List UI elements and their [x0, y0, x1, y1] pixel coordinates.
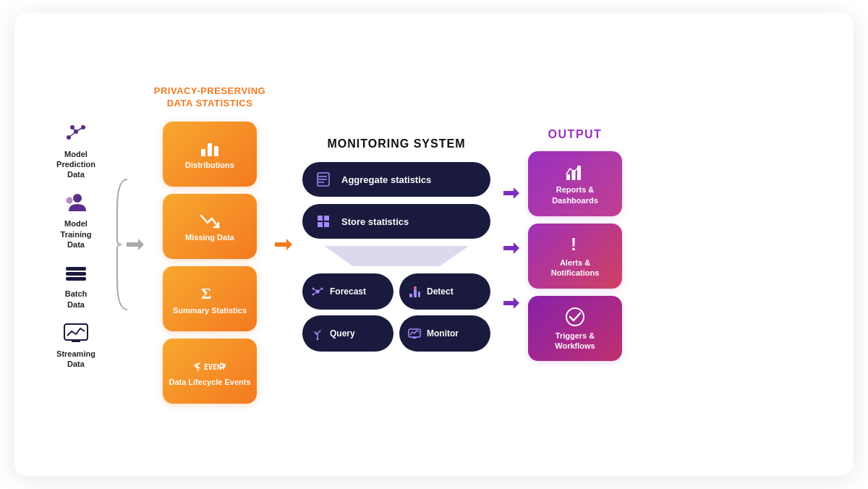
svg-point-29	[318, 182, 320, 183]
input-label-model-prediction: Model Prediction Data	[56, 149, 95, 180]
svg-rect-13	[72, 340, 80, 342]
monitor-btn[interactable]: Monitor	[399, 315, 490, 352]
svg-marker-50	[503, 242, 519, 254]
trend-down-icon	[199, 211, 221, 230]
input-item-model-prediction: Model Prediction Data	[56, 120, 95, 180]
reports-card: Reports & Dashboards	[528, 151, 622, 216]
layers-icon	[60, 260, 92, 286]
svg-rect-42	[409, 294, 412, 297]
aggregate-stats-label: Aggregate statistics	[341, 174, 431, 185]
funnel	[302, 246, 490, 266]
store-stats-btn[interactable]: Store statistics	[302, 204, 490, 239]
svg-point-46	[317, 339, 319, 341]
sigma-icon: Σ	[199, 283, 221, 303]
svg-rect-33	[324, 222, 329, 227]
svg-text:>: >	[220, 360, 226, 372]
svg-marker-34	[324, 246, 469, 266]
monitor-label: Monitor	[427, 328, 459, 339]
lifecycle-events-card: { EVENTS } < > Data Lifecycle Events	[163, 339, 257, 404]
svg-marker-49	[503, 187, 519, 199]
display-chart-icon	[408, 327, 421, 341]
summary-stats-card: Σ Summary Statistics	[163, 266, 257, 331]
monitoring-column: MONITORING SYSTEM Aggregate statistics	[302, 137, 490, 352]
diagram-container: Model Prediction Data Model Training Dat…	[14, 13, 854, 476]
svg-rect-9	[66, 277, 86, 281]
chart-dot-icon	[408, 285, 421, 299]
missing-data-card: Missing Data	[163, 194, 257, 259]
svg-rect-48	[412, 337, 417, 339]
bar-chart-up-icon	[564, 162, 586, 182]
triggers-card: Triggers & Workflows	[528, 296, 622, 361]
check-circle-icon	[564, 306, 586, 328]
detect-label: Detect	[427, 286, 454, 297]
svg-rect-52	[566, 174, 570, 180]
forecast-label: Forecast	[330, 286, 366, 297]
alerts-card: ! Alerts & Notifications	[528, 224, 622, 289]
arrow-privacy-to-monitoring	[268, 233, 297, 256]
svg-rect-31	[324, 216, 329, 221]
input-item-model-training: Model Training Data	[60, 190, 92, 250]
exclamation-icon: !	[566, 234, 584, 255]
svg-marker-51	[503, 297, 519, 309]
svg-rect-16	[208, 143, 212, 156]
distributions-card: Distributions	[163, 122, 257, 187]
forecast-btn[interactable]: Forecast	[302, 273, 393, 310]
query-label: Query	[330, 328, 355, 339]
reports-label: Reports & Dashboards	[552, 184, 598, 205]
arrow-to-triggers	[501, 293, 521, 313]
monitor-chart-icon	[60, 320, 92, 346]
doc-list-icon	[315, 171, 331, 187]
output-column: OUTPUT Reports & Dashboards ! Alerts & N…	[521, 128, 629, 361]
svg-rect-32	[318, 222, 323, 227]
scatter-icon	[60, 120, 92, 146]
svg-point-7	[73, 194, 82, 203]
monitor-btn-grid: Forecast Detect	[302, 273, 490, 352]
input-item-streaming: Streaming Data	[56, 320, 95, 370]
monitoring-title: MONITORING SYSTEM	[328, 137, 466, 150]
svg-rect-44	[418, 292, 420, 297]
svg-point-27	[318, 176, 320, 177]
svg-rect-17	[214, 146, 218, 156]
query-btn[interactable]: Query	[302, 315, 393, 352]
network-icon	[311, 285, 324, 299]
svg-rect-10	[66, 272, 86, 276]
users-icon	[60, 190, 92, 216]
svg-marker-22	[275, 239, 292, 250]
alerts-label: Alerts & Notifications	[551, 258, 600, 278]
output-title: OUTPUT	[548, 128, 603, 141]
distributions-label: Distributions	[185, 161, 234, 169]
svg-point-8	[67, 197, 73, 204]
output-arrows-section	[501, 176, 521, 313]
svg-text:<: <	[194, 360, 200, 372]
arrow-to-alerts	[501, 238, 521, 258]
svg-rect-11	[66, 267, 86, 271]
plant-icon	[311, 327, 324, 341]
svg-text:Σ: Σ	[201, 284, 211, 302]
svg-rect-30	[318, 216, 323, 221]
svg-rect-43	[414, 289, 417, 297]
grid-dots-icon	[315, 213, 331, 229]
input-label-streaming: Streaming Data	[56, 349, 95, 370]
arrow-to-reports	[501, 183, 521, 203]
svg-line-4	[69, 132, 76, 137]
summary-stats-label: Summary Statistics	[173, 306, 247, 315]
missing-data-label: Missing Data	[185, 233, 234, 242]
store-stats-label: Store statistics	[341, 216, 409, 227]
svg-text:!: !	[571, 234, 576, 254]
svg-marker-14	[127, 239, 144, 250]
aggregate-stats-btn[interactable]: Aggregate statistics	[302, 162, 490, 197]
input-column: Model Prediction Data Model Training Dat…	[36, 120, 116, 370]
svg-point-28	[318, 179, 320, 180]
svg-line-5	[76, 127, 83, 132]
bar-chart-icon	[199, 138, 221, 158]
events-icon: { EVENTS } < >	[194, 356, 226, 375]
svg-rect-15	[201, 149, 205, 156]
input-item-batch: Batch Data	[60, 260, 92, 310]
lifecycle-events-label: Data Lifecycle Events	[169, 378, 250, 386]
detect-btn[interactable]: Detect	[399, 273, 490, 310]
svg-point-56	[566, 308, 584, 326]
input-label-model-training: Model Training Data	[61, 218, 92, 250]
brace-connector	[116, 172, 129, 317]
svg-point-45	[414, 286, 417, 289]
input-label-batch: Batch Data	[65, 289, 88, 310]
